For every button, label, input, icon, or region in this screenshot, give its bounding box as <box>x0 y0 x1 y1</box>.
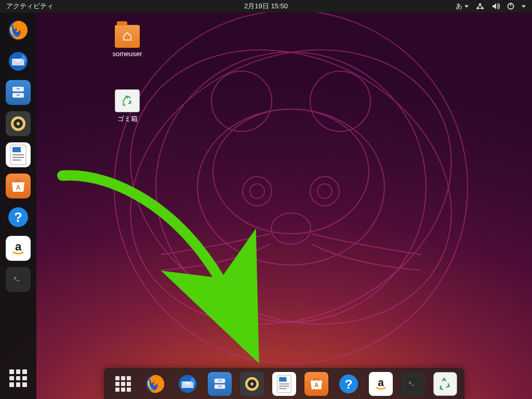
desktop-icon-label: someuser <box>104 50 151 58</box>
svg-text:A: A <box>16 184 21 191</box>
dock-item-rhythmbox[interactable] <box>6 111 31 136</box>
help-icon: ? <box>7 206 30 229</box>
svg-rect-17 <box>510 3 511 6</box>
thunderbird-icon <box>177 373 198 395</box>
svg-rect-49 <box>279 383 289 384</box>
files-icon <box>10 85 26 100</box>
dock-item-files[interactable] <box>208 372 232 396</box>
dock-item-trash[interactable] <box>433 372 457 396</box>
folder-home-icon <box>115 25 140 48</box>
svg-rect-30 <box>12 157 24 158</box>
dock-item-software[interactable]: A <box>304 372 328 396</box>
terminal-icon: >_ <box>10 273 26 286</box>
desktop-icon-label: ゴミ箱 <box>104 114 151 124</box>
clock-menu[interactable]: 2月19日 15:50 <box>244 2 288 11</box>
svg-rect-22 <box>17 88 20 89</box>
bottom-dock: A ? a >_ <box>104 368 464 399</box>
svg-text:?: ? <box>14 209 22 225</box>
shopping-bag-icon: A <box>10 179 26 193</box>
dock-item-files[interactable] <box>6 80 31 105</box>
show-applications-button[interactable] <box>6 366 31 391</box>
svg-rect-31 <box>12 159 21 161</box>
volume-icon[interactable] <box>491 3 500 10</box>
chevron-down-icon <box>464 5 469 8</box>
files-icon <box>212 377 227 391</box>
ime-label: あ <box>456 2 462 11</box>
shopping-bag-icon: A <box>309 378 324 390</box>
svg-rect-51 <box>279 388 286 389</box>
svg-text:>_: >_ <box>409 380 415 385</box>
input-method-indicator[interactable]: あ <box>456 2 469 11</box>
svg-point-26 <box>17 122 20 125</box>
svg-text:a: a <box>378 376 384 388</box>
amazon-icon: a <box>373 376 389 392</box>
dock-item-amazon[interactable]: a <box>6 236 31 261</box>
desktop-area[interactable]: someuser ゴミ箱 <box>36 12 532 399</box>
desktop-icon-home[interactable]: someuser <box>104 25 151 58</box>
svg-rect-50 <box>279 386 289 387</box>
dock-item-terminal[interactable]: >_ <box>6 267 31 292</box>
svg-rect-48 <box>279 377 286 382</box>
left-dock: A ? a >_ <box>0 12 36 399</box>
dock-item-amazon[interactable]: a <box>369 372 393 396</box>
apps-grid-icon <box>115 376 131 392</box>
dock-item-firefox[interactable] <box>6 18 31 43</box>
thunderbird-icon <box>7 50 30 73</box>
chevron-down-icon <box>522 5 526 8</box>
dock-item-help[interactable]: ? <box>6 205 31 230</box>
terminal-icon: >_ <box>406 378 420 390</box>
svg-text:?: ? <box>344 377 352 391</box>
document-icon <box>9 144 27 166</box>
network-icon[interactable] <box>476 3 484 10</box>
trash-icon <box>115 89 140 112</box>
speaker-icon <box>9 115 27 132</box>
svg-rect-43 <box>218 386 221 387</box>
firefox-icon <box>144 373 166 395</box>
dock-item-thunderbird[interactable] <box>6 49 31 74</box>
help-icon: ? <box>338 373 360 395</box>
dock-item-writer[interactable] <box>272 372 296 396</box>
desktop-icon-trash[interactable]: ゴミ箱 <box>104 89 151 124</box>
svg-rect-29 <box>12 154 24 155</box>
svg-text:a: a <box>15 240 22 253</box>
recycle-icon <box>438 377 452 391</box>
svg-rect-23 <box>17 95 20 96</box>
svg-rect-42 <box>218 380 221 381</box>
dock-item-rhythmbox[interactable] <box>240 372 264 396</box>
amazon-icon: a <box>9 240 27 257</box>
svg-text:>_: >_ <box>14 275 20 281</box>
dock-item-show-applications[interactable] <box>111 372 135 396</box>
activities-button[interactable]: アクティビティ <box>0 2 60 11</box>
apps-grid-icon <box>9 369 27 387</box>
dock-item-writer[interactable] <box>6 142 31 167</box>
firefox-icon <box>7 19 30 42</box>
dock-item-software[interactable]: A <box>6 174 31 198</box>
dock-item-help[interactable]: ? <box>337 372 361 396</box>
power-icon[interactable] <box>507 3 514 10</box>
dock-item-thunderbird[interactable] <box>176 372 200 396</box>
bottom-dock-container: A ? a >_ <box>36 368 532 399</box>
document-icon <box>276 374 292 394</box>
svg-text:A: A <box>314 382 318 388</box>
dock-item-terminal[interactable]: >_ <box>401 372 425 396</box>
svg-point-46 <box>250 382 254 385</box>
svg-rect-28 <box>12 147 21 152</box>
dock-item-firefox[interactable] <box>143 372 167 396</box>
speaker-icon <box>244 376 260 392</box>
top-bar: アクティビティ 2月19日 15:50 あ <box>0 0 532 12</box>
